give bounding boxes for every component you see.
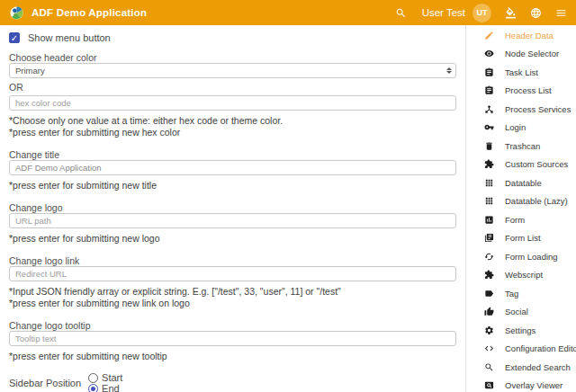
menu-icon[interactable] <box>555 7 567 19</box>
sidebar-item-label: Process Services <box>505 104 571 114</box>
logo-tooltip-hint: *press enter for submitting new tooltip <box>9 351 456 361</box>
sidebar-item-node-selector[interactable]: Node Selector <box>466 45 576 64</box>
sidebar-item-configuration-editor[interactable]: Configuration Editor <box>466 340 576 359</box>
sidebar-item-tag[interactable]: Tag <box>466 284 576 303</box>
sidebar-item-social[interactable]: Social <box>466 303 576 322</box>
main-content: Show menu button Choose header color Pri… <box>0 25 465 392</box>
sidebar-item-label: Task List <box>505 67 538 77</box>
sidebar-item-label: Webscript <box>505 270 543 280</box>
sidebar-item-label: Configuration Editor <box>505 343 576 353</box>
edit-icon <box>484 31 494 40</box>
change-logo-section: Change logo *press enter for submitting … <box>9 203 456 244</box>
sidebar-item-label: Form Loading <box>505 252 558 262</box>
app-title: ADF Demo Application <box>32 7 147 18</box>
sidebar-item-custom-sources[interactable]: Custom Sources <box>466 156 576 174</box>
radio-option-label: Start <box>102 372 122 383</box>
title-hint: *press enter for submitting new title <box>9 180 456 191</box>
sidebar-item-overlay-viewer[interactable]: Overlay Viewer <box>466 377 576 392</box>
sidebar-item-label: Overlay Viewer <box>505 380 562 390</box>
logo-link-hint-2: *press enter for submitting new link on … <box>9 298 456 308</box>
header-color-selected-value: Primary <box>15 66 446 76</box>
show-menu-row: Show menu button <box>9 32 456 43</box>
color-fill-icon[interactable] <box>505 7 517 19</box>
change-logo-tooltip-label: Change logo tooltip <box>9 321 456 331</box>
sync-icon <box>484 252 494 262</box>
sidebar-item-settings[interactable]: Settings <box>466 321 576 340</box>
change-logo-tooltip-input[interactable] <box>9 331 456 346</box>
tag-icon <box>484 289 494 298</box>
sidebar-position-options: StartEnd <box>81 372 122 392</box>
clipboard-icon <box>484 85 494 95</box>
change-logo-link-input[interactable] <box>9 266 456 281</box>
sidebar-item-extended-search[interactable]: Extended Search <box>466 358 576 377</box>
sidebar-item-process-services[interactable]: Process Services <box>466 100 576 119</box>
grid-icon <box>484 178 494 188</box>
trash-icon <box>484 141 494 151</box>
change-logo-label: Change logo <box>9 203 456 213</box>
radio-circle-icon[interactable] <box>88 384 98 392</box>
header-color-select[interactable]: Primary <box>9 63 456 78</box>
change-logo-input[interactable] <box>9 213 456 228</box>
radio-option-label: End <box>102 383 120 392</box>
search-icon <box>484 362 494 372</box>
hex-color-input[interactable] <box>9 95 456 111</box>
eye-icon <box>484 49 494 58</box>
sidebar-item-task-list[interactable]: Task List <box>466 63 576 82</box>
change-logo-link-section: Change logo link *Input JSON friendly ar… <box>9 256 456 308</box>
sidebar-item-form-loading[interactable]: Form Loading <box>466 247 576 266</box>
chart-icon <box>484 215 494 225</box>
radio-option-end[interactable]: End <box>81 383 122 392</box>
radio-option-start[interactable]: Start <box>81 372 122 383</box>
key-icon <box>484 122 494 132</box>
thumb-up-icon <box>484 307 494 316</box>
user-avatar[interactable]: UT <box>472 4 491 22</box>
sidebar-item-form-list[interactable]: Form List <box>466 229 576 248</box>
sidebar-item-form[interactable]: Form <box>466 210 576 229</box>
hex-hint-1: *Choose only one value at a time: either… <box>9 115 456 126</box>
search-icon[interactable] <box>395 7 407 19</box>
sidebar-item-label: Node Selector <box>505 49 559 58</box>
radio-circle-icon[interactable] <box>88 373 98 383</box>
hex-hint-2: *press enter for submitting new hex colo… <box>9 127 456 138</box>
sidebar-item-label: Form <box>505 215 525 225</box>
sidebar-item-label: Social <box>505 307 528 316</box>
sidebar-item-label: Datatable <box>505 178 542 188</box>
show-menu-checkbox[interactable] <box>9 32 20 43</box>
sidebar-item-datatable[interactable]: Datatable <box>466 174 576 192</box>
sidebar-item-label: Process List <box>505 85 552 95</box>
language-globe-icon[interactable] <box>530 7 542 19</box>
sidebar-item-label: Header Data <box>505 31 554 40</box>
code-icon <box>484 343 494 353</box>
change-logo-link-label: Change logo link <box>9 256 456 266</box>
sidebar-item-datatable-lazy[interactable]: Datatable (Lazy) <box>466 192 576 211</box>
sidebar-item-label: Trashcan <box>505 141 540 151</box>
sidebar-item-trashcan[interactable]: Trashcan <box>466 137 576 156</box>
sidebar-item-label: Tag <box>505 289 518 298</box>
app-header: ADF Demo Application User Test UT <box>0 0 576 25</box>
change-title-section: Change title *press enter for submitting… <box>9 150 456 191</box>
device-hub-icon <box>484 104 494 114</box>
change-logo-tooltip-section: Change logo tooltip *press enter for sub… <box>9 321 456 361</box>
puzzle-icon <box>484 270 494 280</box>
right-sidebar: Header DataNode SelectorTask ListProcess… <box>465 25 576 392</box>
logo-hint: *press enter for submitting new logo <box>9 233 456 244</box>
gear-icon <box>484 325 494 335</box>
sidebar-item-webscript[interactable]: Webscript <box>466 266 576 285</box>
library-icon <box>484 233 494 243</box>
app-logo-icon[interactable] <box>9 5 24 21</box>
change-title-input[interactable] <box>9 160 456 175</box>
sidebar-item-label: Form List <box>505 233 541 243</box>
logo-link-hint-1: *Input JSON friendly array or explicit s… <box>9 286 456 297</box>
sidebar-position-label: Sidebar Position <box>9 378 81 388</box>
grid-icon <box>484 196 494 206</box>
sidebar-item-process-list[interactable]: Process List <box>466 82 576 101</box>
puzzle-icon <box>484 159 494 169</box>
sidebar-item-header-data[interactable]: Header Data <box>466 26 576 45</box>
sidebar-item-login[interactable]: Login <box>466 119 576 138</box>
user-name: User Test <box>422 7 465 18</box>
sidebar-item-label: Login <box>505 122 526 132</box>
select-spinner-icon <box>446 67 452 74</box>
show-menu-label: Show menu button <box>28 32 111 43</box>
sidebar-item-label: Extended Search <box>505 362 571 372</box>
clipboard-icon <box>484 67 494 77</box>
